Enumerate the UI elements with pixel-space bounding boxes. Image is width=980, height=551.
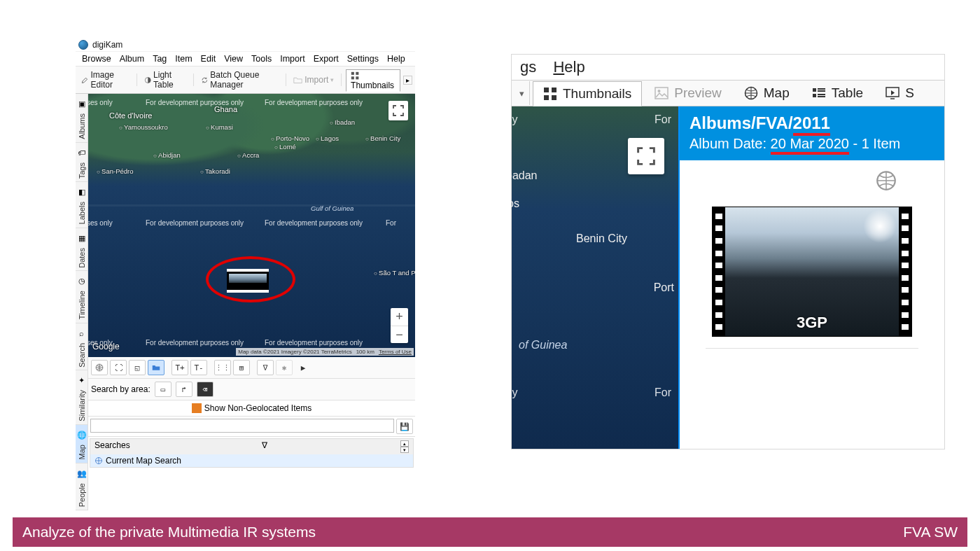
maptool-settings[interactable]: ✱ xyxy=(276,360,293,375)
sidetab-map[interactable]: 🌐Map xyxy=(76,425,88,463)
show-non-geolocated-button[interactable]: Show Non-Geolocated Items xyxy=(88,400,415,417)
search-area-select[interactable]: ▭ xyxy=(155,382,172,397)
map-zoom-controls: + − xyxy=(391,308,408,343)
maptool-filter[interactable]: ∇ xyxy=(257,360,274,375)
sidetab-labels[interactable]: ◧Labels xyxy=(76,182,88,228)
similarity-icon: ✦ xyxy=(77,376,87,386)
search-area-clear[interactable]: ⌫ xyxy=(197,382,214,397)
folder-icon xyxy=(293,76,302,85)
saved-search-name-row: 💾 xyxy=(88,417,415,437)
menu-item[interactable]: Item xyxy=(172,53,195,64)
zoom-content: poses only For badan os Benin City Port … xyxy=(512,106,944,449)
toolbar: Image Editor Light Table Batch Queue Man… xyxy=(76,66,415,94)
sidetab-search[interactable]: ⌕Search xyxy=(76,323,88,371)
sidetab-tags[interactable]: 🏷Tags xyxy=(76,143,88,182)
maptool-group1[interactable]: ⋮⋮ xyxy=(214,360,231,375)
tab-preview[interactable]: Preview xyxy=(645,81,732,105)
svg-rect-11 xyxy=(655,88,668,99)
zoom-out-button[interactable]: − xyxy=(391,326,408,343)
tab-overflow-button[interactable]: ▾ xyxy=(514,81,530,105)
menu-fragment[interactable]: gs xyxy=(520,58,536,76)
menu-help[interactable]: Help xyxy=(553,58,584,76)
svg-rect-15 xyxy=(818,88,825,90)
people-icon: 👥 xyxy=(77,469,87,479)
maptool-zoomarea[interactable]: ◱ xyxy=(129,360,146,375)
map-watermark: For development purposes only xyxy=(146,339,244,347)
map-geotagged-thumbnail[interactable] xyxy=(227,269,269,293)
fullscreen-icon xyxy=(393,105,404,116)
maptool-play[interactable]: ▶ xyxy=(295,360,312,375)
svg-rect-18 xyxy=(818,94,825,95)
tab-map[interactable]: Map xyxy=(734,81,799,105)
pencil-icon xyxy=(81,76,89,85)
map-fullscreen-button[interactable] xyxy=(388,101,408,120)
tab-thumbnails[interactable]: Thumbnails xyxy=(533,81,642,106)
map-attribution: Map data ©2021 Imagery ©2021 TerraMetric… xyxy=(236,348,414,356)
svg-rect-14 xyxy=(813,88,816,92)
label-icon: ◧ xyxy=(77,188,87,197)
tab-slideshow[interactable]: S xyxy=(876,81,917,105)
video-thumbnail[interactable]: 3GP xyxy=(712,207,912,337)
menu-album[interactable]: Album xyxy=(116,53,148,64)
map-toolbar: ⛶ ◱ T+ T- ⋮⋮ ⊞ ∇ ✱ ▶ xyxy=(88,357,415,379)
menu-edit[interactable]: Edit xyxy=(197,53,220,64)
menu-import[interactable]: Import xyxy=(276,53,308,64)
toolbar-thumbnails-tab[interactable]: Thumbnails xyxy=(346,69,400,92)
sidetab-similarity[interactable]: ✦Similarity xyxy=(76,370,88,425)
menubar: Browse Album Tag Item Edit View Tools Im… xyxy=(76,51,415,66)
album-breadcrumb: Albums/FVA/2011 xyxy=(690,113,934,133)
map-fullscreen-button[interactable] xyxy=(628,138,664,174)
menu-tools[interactable]: Tools xyxy=(248,53,275,64)
svg-rect-2 xyxy=(356,72,358,75)
zoom-map-strip[interactable]: poses only For badan os Benin City Port … xyxy=(512,106,680,449)
menu-export[interactable]: Export xyxy=(310,53,342,64)
maptool-group2[interactable]: ⊞ xyxy=(233,360,250,375)
maptool-textsize-up[interactable]: T+ xyxy=(172,360,188,375)
toolbar-import[interactable]: Import ▾ xyxy=(290,74,337,85)
map-watermark: poses only xyxy=(512,113,518,126)
maptool-markers[interactable] xyxy=(148,360,164,375)
menu-tag[interactable]: Tag xyxy=(149,53,170,64)
slide-footer: Analyze of the private Multimedia IR sys… xyxy=(13,517,967,547)
globe-icon xyxy=(744,86,758,100)
map-city: os xyxy=(512,197,519,210)
view-tab-bar: ▾ Thumbnails Preview Map Table S xyxy=(512,80,944,106)
menu-browse[interactable]: Browse xyxy=(78,53,115,64)
globe-icon xyxy=(876,170,897,191)
toolbar-overflow[interactable]: ▸ xyxy=(403,76,412,85)
search-area-freehand[interactable]: ↱ xyxy=(176,382,192,397)
maptool-home[interactable] xyxy=(91,360,108,375)
map-view[interactable]: ses only For development purposes only F… xyxy=(88,94,415,357)
sidetab-people[interactable]: 👥People xyxy=(76,463,88,510)
sidetab-dates[interactable]: ▦Dates xyxy=(76,228,88,272)
map-provider-logo: Google xyxy=(92,342,120,351)
menu-settings[interactable]: Settings xyxy=(344,53,382,64)
sidetab-albums[interactable]: ▣Albums xyxy=(76,94,88,143)
sidetabs: ▣Albums 🏷Tags ◧Labels ▦Dates ◷Timeline ⌕… xyxy=(76,94,88,510)
tag-icon: 🏷 xyxy=(77,148,87,158)
digikam-zoom-panel: gs Help ▾ Thumbnails Preview Map Table S… xyxy=(511,54,945,449)
menu-view[interactable]: View xyxy=(220,53,246,64)
maptool-textsize-down[interactable]: T- xyxy=(190,360,207,375)
toolbar-light-table[interactable]: Light Table xyxy=(141,69,189,90)
map-watermark: For development purposes only xyxy=(265,99,363,106)
saved-search-name-input[interactable] xyxy=(90,419,394,433)
map-city: São T and Prí xyxy=(374,269,415,277)
save-search-button[interactable]: 💾 xyxy=(396,419,413,434)
grid-icon xyxy=(351,71,360,81)
toolbar-image-editor[interactable]: Image Editor xyxy=(78,69,132,90)
sidetab-timeline[interactable]: ◷Timeline xyxy=(76,271,88,323)
globe-icon: 🌐 xyxy=(77,431,87,440)
album-body: 3GP xyxy=(680,160,944,449)
folder-icon xyxy=(152,363,160,372)
zoom-in-button[interactable]: + xyxy=(391,308,408,326)
calendar-icon: ▦ xyxy=(77,234,87,244)
maptool-zoomfit[interactable]: ⛶ xyxy=(110,360,127,375)
saved-search-spinner[interactable]: ▴▾ xyxy=(400,440,409,453)
toolbar-batch-queue[interactable]: Batch Queue Manager xyxy=(198,69,282,90)
saved-search-item[interactable]: Current Map Search xyxy=(90,454,413,467)
tab-table[interactable]: Table xyxy=(802,81,873,105)
menu-help[interactable]: Help xyxy=(384,53,409,64)
svg-rect-9 xyxy=(544,95,549,100)
chevron-down-icon[interactable]: ∇ xyxy=(262,440,267,453)
